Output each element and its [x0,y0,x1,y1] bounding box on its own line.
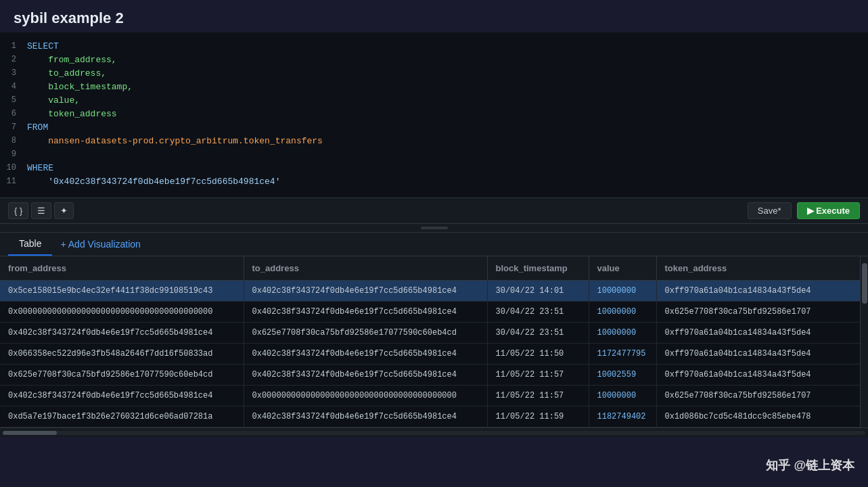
execute-button[interactable]: Execute [797,202,861,219]
toolbar-right: Save* Execute [748,202,860,219]
cell-from_address: 0x625e7708f30ca75bfd92586e17077590c60eb4… [0,365,244,386]
code-line: 10WHERE [0,162,868,176]
table-wrapper: from_address to_address block_timestamp … [0,256,868,427]
cell-value: 10000000 [589,302,656,323]
table-body: 0x5ce158015e9bc4ec32ef4411f38dc99108519c… [0,281,860,427]
cell-block_timestamp: 11/05/22 11:57 [487,386,589,407]
tabs-bar: Table + Add Visualization [0,233,868,256]
cell-to_address: 0x625e7708f30ca75bfd92586e17077590c60eb4… [244,323,487,344]
line-number: 6 [0,109,27,118]
tab-table[interactable]: Table [8,233,52,256]
cell-from_address: 0x402c38f343724f0db4e6e19f7cc5d665b4981c… [0,386,244,407]
cell-token_address: 0xff970a61a04b1ca14834a43f5de4 [656,344,860,365]
hscroll-thumb [3,431,57,435]
table-row[interactable]: 0x402c38f343724f0db4e6e19f7cc5d665b4981c… [0,386,860,407]
code-line: 11 '0x402c38f343724f0db4ebe19f7cc5d665b4… [0,176,868,189]
line-number: 2 [0,55,27,64]
col-header-block-timestamp: block_timestamp [487,256,589,281]
line-content: nansen-datasets-prod.crypto_arbitrum.tok… [27,136,323,146]
json-toggle-button[interactable]: { } [8,202,28,219]
cell-value: 10002559 [589,365,656,386]
line-number: 4 [0,82,27,91]
cell-token_address: 0xff970a61a04b1ca14834a43f5de4 [656,365,860,386]
vertical-scrollbar[interactable] [860,256,868,427]
hscroll-track [3,431,865,435]
col-header-value: value [589,256,656,281]
code-line: 9 [0,149,868,162]
cell-block_timestamp: 11/05/22 11:57 [487,365,589,386]
table-row[interactable]: 0xd5a7e197bace1f3b26e2760321d6ce06ad0728… [0,407,860,427]
line-content: SELECT [27,41,59,51]
line-number: 8 [0,136,27,145]
cell-token_address: 0xff970a61a04b1ca14834a43f5de4 [656,281,860,302]
cell-from_address: 0x402c38f343724f0db4e6e19f7cc5d665b4981c… [0,323,244,344]
horizontal-scrollbar[interactable] [0,427,868,437]
table-row[interactable]: 0x066358ec522d96e3fb548a2646f7dd16f50833… [0,344,860,365]
cell-block_timestamp: 30/04/22 23:51 [487,323,589,344]
cell-value: 10000000 [589,386,656,407]
line-number: 11 [0,177,27,186]
table-row[interactable]: 0x625e7708f30ca75bfd92586e17077590c60eb4… [0,365,860,386]
cell-to_address: 0x402c38f343724f0db4e6e19f7cc5d665b4981c… [244,407,487,427]
code-line: 7FROM [0,122,868,135]
line-content: WHERE [27,163,53,173]
code-editor: 1SELECT2 from_address,3 to_address,4 blo… [0,32,868,198]
table-toggle-button[interactable]: ☰ [31,202,51,219]
col-header-token-address: token_address [656,256,860,281]
resize-divider[interactable] [0,224,868,233]
table-row[interactable]: 0x00000000000000000000000000000000000000… [0,302,860,323]
cell-to_address: 0x402c38f343724f0db4e6e19f7cc5d665b4981c… [244,302,487,323]
vscroll-thumb [862,263,867,304]
code-line: 8 nansen-datasets-prod.crypto_arbitrum.t… [0,135,868,149]
cell-token_address: 0xff970a61a04b1ca14834a43f5de4 [656,323,860,344]
toolbar-left: { } ☰ ✦ [8,202,74,219]
cell-value: 1172477795 [589,344,656,365]
cell-from_address: 0x00000000000000000000000000000000000000… [0,302,244,323]
code-line: 6 token_address [0,108,868,122]
code-line: 1SELECT [0,41,868,54]
line-number: 10 [0,163,27,172]
line-content: value, [27,95,80,106]
line-number: 9 [0,149,27,159]
line-content: from_address, [27,55,117,65]
code-line: 5 value, [0,95,868,108]
table-row[interactable]: 0x5ce158015e9bc4ec32ef4411f38dc99108519c… [0,281,860,302]
code-line: 4 block_timestamp, [0,81,868,95]
line-content: '0x402c38f343724f0db4ebe19f7cc5d665b4981… [27,177,280,187]
line-content: FROM [27,122,48,133]
cell-token_address: 0x1d086bc7cd5c481dcc9c85ebe478 [656,407,860,427]
line-content: token_address [27,109,117,119]
line-number: 3 [0,68,27,78]
save-button[interactable]: Save* [748,202,792,219]
code-lines: 1SELECT2 from_address,3 to_address,4 blo… [0,38,868,192]
cell-token_address: 0x625e7708f30ca75bfd92586e1707 [656,386,860,407]
line-number: 1 [0,41,27,51]
cell-token_address: 0x625e7708f30ca75bfd92586e1707 [656,302,860,323]
line-content: to_address, [27,68,106,78]
cell-value: 10000000 [589,323,656,344]
cell-block_timestamp: 30/04/22 23:51 [487,302,589,323]
data-table: from_address to_address block_timestamp … [0,256,860,427]
tab-add-visualization[interactable]: + Add Visualization [52,233,148,255]
cell-to_address: 0x402c38f343724f0db4e6e19f7cc5d665b4981c… [244,281,487,302]
cell-from_address: 0x5ce158015e9bc4ec32ef4411f38dc99108519c… [0,281,244,302]
results-area: Table + Add Visualization from_address t… [0,233,868,437]
cell-value: 1182749402 [589,407,656,427]
col-header-to-address: to_address [244,256,487,281]
table-container[interactable]: from_address to_address block_timestamp … [0,256,860,427]
header: sybil example 2 [0,0,868,32]
settings-button[interactable]: ✦ [54,202,74,219]
cell-to_address: 0x402c38f343724f0db4e6e19f7cc5d665b4981c… [244,365,487,386]
watermark: 知乎 @链上资本 [766,457,854,473]
cell-from_address: 0x066358ec522d96e3fb548a2646f7dd16f50833… [0,344,244,365]
cell-block_timestamp: 11/05/22 11:50 [487,344,589,365]
cell-from_address: 0xd5a7e197bace1f3b26e2760321d6ce06ad0728… [0,407,244,427]
code-line: 3 to_address, [0,68,868,81]
line-number: 7 [0,122,27,132]
col-header-from-address: from_address [0,256,244,281]
table-row[interactable]: 0x402c38f343724f0db4e6e19f7cc5d665b4981c… [0,323,860,344]
line-content: block_timestamp, [27,82,133,92]
page-title: sybil example 2 [14,9,124,26]
cell-block_timestamp: 30/04/22 14:01 [487,281,589,302]
cell-block_timestamp: 11/05/22 11:59 [487,407,589,427]
